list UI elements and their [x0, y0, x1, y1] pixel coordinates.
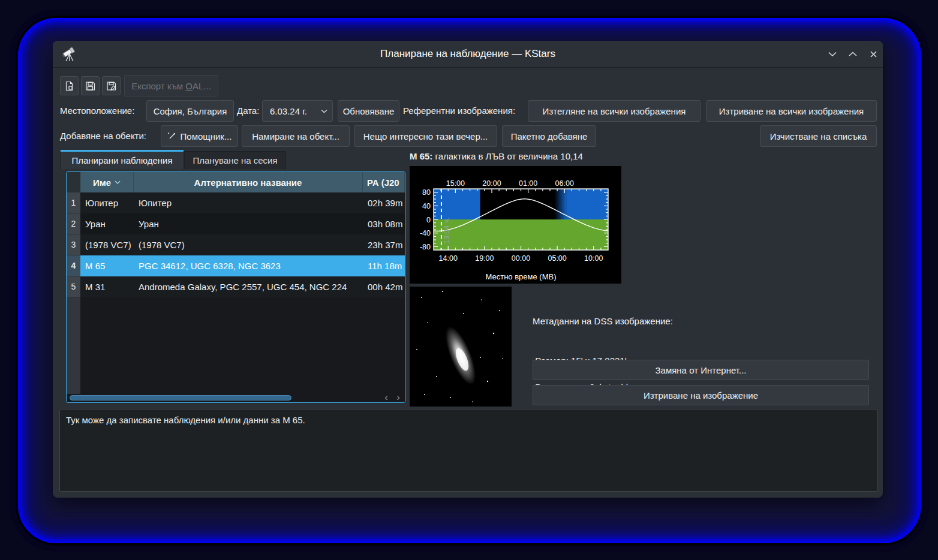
tab-planned-observations[interactable]: Планирани наблюдения: [60, 150, 184, 169]
cell-ra[interactable]: 00h 42m: [363, 276, 405, 297]
export-oal-label: Експорт към OAL...: [131, 81, 211, 91]
cell-alt-name[interactable]: PGC 34612, UGC 6328, NGC 3623: [134, 255, 363, 276]
svg-text:01:00: 01:00: [519, 179, 537, 188]
delete-image-button[interactable]: Изтриване на изображение: [533, 385, 869, 405]
date-select[interactable]: 6.03.24 г.: [262, 100, 333, 122]
row-number[interactable]: 4: [67, 255, 80, 276]
new-list-button[interactable]: [60, 76, 79, 95]
add-objects-label: Добавяне на обекти:: [60, 125, 146, 147]
kstars-observation-planner-window: Планиране на наблюдение — KStars: [53, 41, 883, 498]
tab-session-planning[interactable]: Плануване на сесия: [184, 151, 286, 169]
table-header: Име Алтернативно название РА (J20: [67, 172, 405, 192]
close-icon[interactable]: [864, 46, 882, 62]
scrollbar-thumb[interactable]: [70, 395, 291, 401]
svg-text:40: 40: [422, 202, 431, 210]
cell-name[interactable]: Уран: [80, 213, 134, 234]
column-header-alt-label: Алтернативно название: [194, 177, 302, 188]
horizontal-scrollbar: ‹ ›: [67, 394, 405, 402]
cell-alt-name[interactable]: Уран: [134, 213, 363, 234]
dss-metadata-heading: Метаданни на DSS изображение:: [533, 315, 673, 328]
svg-text:19:00: 19:00: [475, 254, 494, 263]
observation-table: Име Алтернативно название РА (J20 1Юпите…: [66, 171, 405, 403]
sort-chevron-icon: [115, 180, 121, 184]
cell-ra[interactable]: 02h 39m: [363, 192, 405, 213]
scroll-right-icon[interactable]: ›: [396, 392, 400, 403]
chevron-down-icon: [321, 109, 327, 113]
desktop-background: Планиране на наблюдение — KStars: [0, 0, 938, 560]
notes-textarea[interactable]: Тук може да записвате наблюдения и/или д…: [59, 409, 877, 492]
window-title: Планиране на наблюдение — KStars: [53, 41, 883, 67]
cell-alt-name[interactable]: Andromeda Galaxy, PGC 2557, UGC 454, NGC…: [134, 276, 363, 297]
row-number[interactable]: 3: [67, 234, 80, 255]
cell-name[interactable]: (1978 VC7): [80, 234, 134, 255]
cell-name[interactable]: M 65: [80, 255, 134, 276]
table-corner-cell[interactable]: [67, 172, 80, 192]
cell-alt-name[interactable]: Юпитер: [134, 192, 363, 213]
column-header-name[interactable]: Име: [80, 172, 134, 192]
table-row[interactable]: 4M 65PGC 34612, UGC 6328, NGC 362311h 18…: [67, 255, 405, 276]
save-button[interactable]: [81, 76, 100, 95]
clear-list-button[interactable]: Изчистване на списъка: [760, 125, 877, 147]
svg-text:06:00: 06:00: [555, 179, 574, 188]
svg-text:20:00: 20:00: [482, 179, 501, 188]
titlebar[interactable]: Планиране на наблюдение — KStars: [53, 41, 883, 68]
save-icon: [85, 81, 95, 91]
svg-text:14:00: 14:00: [439, 254, 458, 263]
magic-wand-icon: [167, 132, 176, 141]
table-row[interactable]: 1ЮпитерЮпитер02h 39m: [67, 192, 405, 213]
whats-interesting-tonight-button[interactable]: Нещо интересно тази вечер...: [354, 125, 497, 147]
svg-text:05:00: 05:00: [548, 254, 566, 263]
new-document-icon: [64, 81, 74, 91]
maximize-icon[interactable]: [844, 46, 862, 62]
export-oal-button[interactable]: Експорт към OAL...: [124, 75, 218, 97]
svg-text:80: 80: [422, 188, 431, 197]
cell-ra[interactable]: 11h 18m: [363, 255, 405, 276]
table-body: 1ЮпитерЮпитер02h 39m2УранУран03h 08m3(19…: [67, 192, 405, 394]
row-number[interactable]: 5: [67, 276, 80, 297]
svg-text:-80: -80: [420, 243, 431, 251]
svg-text:00:00: 00:00: [512, 254, 530, 263]
altitude-vs-time-chart: 14:0019:0000:0005:0010:0015:0020:0001:00…: [410, 166, 621, 284]
cell-name[interactable]: M 31: [80, 276, 134, 297]
svg-text:-40: -40: [420, 229, 431, 237]
save-as-button[interactable]: [102, 76, 121, 95]
column-header-ra-label: РА (J20: [367, 177, 399, 188]
scroll-left-icon[interactable]: ‹: [384, 392, 388, 403]
svg-text:0: 0: [426, 216, 431, 224]
location-button[interactable]: София, България: [146, 100, 234, 122]
dss-galaxy-image: [410, 287, 512, 407]
svg-text:Местно време (МВ): Местно време (МВ): [486, 272, 557, 281]
object-title: M 65: галактика в ЛЪВ от величина 10,14: [410, 151, 583, 161]
table-row[interactable]: 5M 31Andromeda Galaxy, PGC 2557, UGC 454…: [67, 276, 405, 297]
cell-alt-name[interactable]: (1978 VC7): [134, 234, 363, 255]
find-object-button[interactable]: Намиране на обект...: [242, 125, 350, 147]
table-row[interactable]: 2УранУран03h 08m: [67, 213, 405, 234]
delete-all-images-button[interactable]: Изтриване на всички изображения: [706, 100, 877, 122]
wizard-label: Помощник...: [181, 131, 232, 141]
svg-text:15:00: 15:00: [446, 179, 465, 188]
column-header-alt-name[interactable]: Алтернативно название: [134, 172, 363, 192]
replace-from-internet-button[interactable]: Замяна от Интернет...: [533, 360, 869, 380]
download-all-images-button[interactable]: Изтегляне на всички изображения: [528, 100, 701, 122]
svg-text:10:00: 10:00: [584, 254, 603, 263]
wizard-button[interactable]: Помощник...: [161, 125, 238, 147]
reference-images-label: Референтни изображения:: [403, 100, 515, 122]
cell-ra[interactable]: 03h 08m: [363, 213, 405, 234]
row-number[interactable]: 2: [67, 213, 80, 234]
object-name: M 65:: [410, 151, 432, 161]
row-number[interactable]: 1: [67, 192, 80, 213]
table-row[interactable]: 3(1978 VC7)(1978 VC7)23h 37m: [67, 234, 405, 255]
cell-ra[interactable]: 23h 37m: [363, 234, 405, 255]
cell-name[interactable]: Юпитер: [80, 192, 134, 213]
svg-text:13:04 ч.: 13:04 ч.: [443, 217, 451, 244]
minimize-icon[interactable]: [823, 46, 841, 62]
column-header-name-label: Име: [93, 177, 111, 188]
date-value: 6.03.24 г.: [270, 106, 307, 116]
location-label: Местоположение:: [60, 100, 134, 122]
date-label: Дата:: [237, 100, 259, 122]
save-as-icon: [106, 81, 116, 91]
column-header-ra[interactable]: РА (J20: [363, 172, 405, 192]
update-button[interactable]: Обновяване: [338, 100, 399, 122]
batch-add-button[interactable]: Пакетно добавяне: [502, 125, 596, 147]
object-description: галактика в ЛЪВ от величина 10,14: [432, 151, 583, 161]
